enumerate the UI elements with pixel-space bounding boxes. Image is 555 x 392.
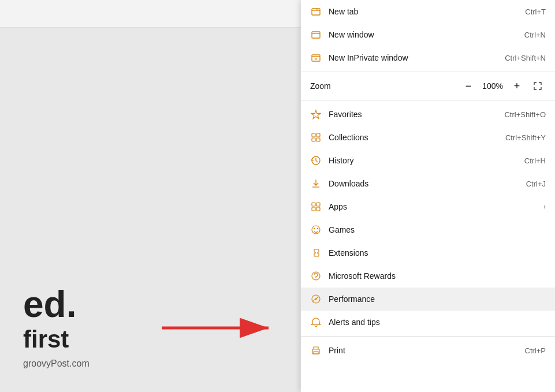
svg-point-37 [314,228,315,229]
menu-item-history[interactable]: History Ctrl+H [301,149,555,172]
downloads-shortcut: Ctrl+J [526,180,546,188]
svg-rect-25 [312,55,320,61]
zoom-control: Zoom − 100% + [301,74,555,98]
apps-submenu-arrow: › [543,203,546,211]
history-shortcut: Ctrl+H [524,156,546,165]
menu-item-favorites[interactable]: Favorites Ctrl+Shift+O [301,103,555,126]
menu-item-games[interactable]: Games [301,218,555,241]
zoom-value: 100% [481,81,504,91]
inprivate-icon [310,52,322,64]
menu-item-alerts[interactable]: Alerts and tips [301,311,555,334]
new-window-icon [310,29,322,40]
svg-rect-35 [316,207,320,211]
print-shortcut: Ctrl+P [525,346,546,355]
svg-rect-32 [312,203,315,206]
divider-1 [301,72,555,72]
games-icon [310,224,322,236]
alerts-label: Alerts and tips [329,318,546,327]
arrow-container [162,316,277,339]
alerts-icon [310,316,322,328]
arrow-icon [162,316,277,339]
history-label: History [329,156,524,165]
rewards-icon [310,270,322,282]
new-window-label: New window [329,30,524,39]
print-label: Print [329,346,525,355]
zoom-out-button[interactable]: − [460,78,476,94]
games-label: Games [329,225,546,234]
collections-label: Collections [329,133,505,142]
inprivate-shortcut: Ctrl+Shift+N [505,54,546,62]
svg-rect-33 [316,203,320,206]
print-icon [310,345,322,356]
zoom-fullscreen-button[interactable] [530,78,546,94]
favorites-icon [310,109,322,120]
settings-menu: New tab Ctrl+T New window Ctrl+N New InP… [301,0,555,392]
menu-item-inprivate[interactable]: New InPrivate window Ctrl+Shift+N [301,46,555,69]
menu-item-downloads[interactable]: Downloads Ctrl+J [301,172,555,195]
history-icon [310,155,322,166]
favorites-label: Favorites [329,110,504,119]
performance-label: Performance [329,294,546,304]
new-tab-shortcut: Ctrl+T [525,8,546,16]
menu-item-print[interactable]: Print Ctrl+P [301,339,555,362]
svg-rect-34 [312,207,315,211]
svg-rect-29 [316,138,320,141]
menu-item-extensions[interactable]: Extensions [301,241,555,264]
new-window-shortcut: Ctrl+N [524,31,546,39]
svg-rect-28 [312,138,315,141]
extensions-label: Extensions [329,248,546,257]
favorites-shortcut: Ctrl+Shift+O [504,110,546,119]
downloads-icon [310,178,322,189]
apps-icon [310,201,322,212]
apps-label: Apps [329,202,539,211]
svg-rect-27 [316,133,320,137]
svg-point-38 [317,228,318,229]
menu-item-rewards[interactable]: Microsoft Rewards [301,264,555,288]
menu-item-performance[interactable]: Performance [301,288,555,311]
menu-item-apps[interactable]: Apps › [301,195,555,218]
menu-item-collections[interactable]: Collections Ctrl+Shift+Y [301,126,555,149]
zoom-label: Zoom [310,81,460,91]
zoom-controls: − 100% + [460,78,546,94]
svg-rect-26 [312,133,315,137]
collections-icon [310,132,322,143]
collections-shortcut: Ctrl+Shift+Y [505,133,546,142]
extensions-menu-icon [310,247,322,259]
svg-point-40 [315,279,316,279]
inprivate-label: New InPrivate window [329,53,505,62]
performance-icon [310,293,322,305]
rewards-label: Microsoft Rewards [329,271,546,281]
svg-rect-24 [312,32,320,38]
downloads-label: Downloads [329,179,526,188]
menu-item-new-window[interactable]: New window Ctrl+N [301,23,555,46]
svg-rect-22 [312,9,320,15]
divider-3 [301,336,555,337]
bg-attribution: groovyPost.com [23,359,300,369]
new-tab-label: New tab [329,7,525,16]
new-tab-icon [310,6,322,17]
menu-item-new-tab[interactable]: New tab Ctrl+T [301,0,555,23]
zoom-in-button[interactable]: + [509,78,525,94]
divider-2 [301,100,555,100]
